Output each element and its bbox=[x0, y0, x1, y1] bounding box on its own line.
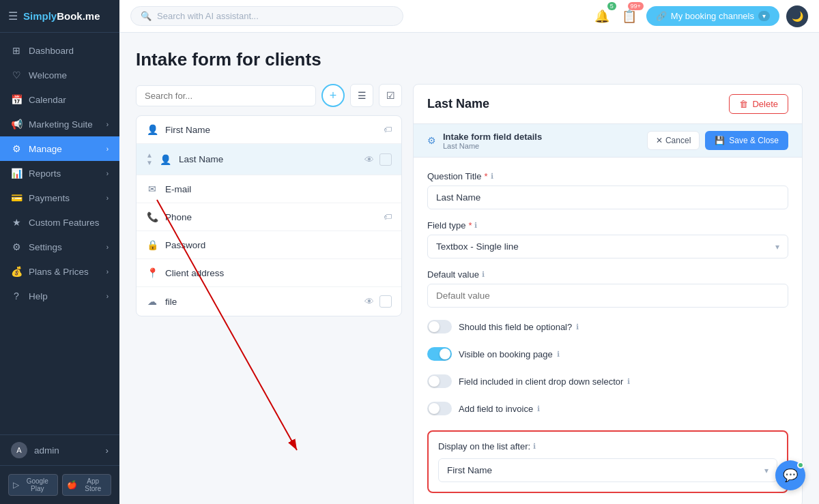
payments-icon: 💳 bbox=[11, 192, 22, 203]
question-title-input[interactable] bbox=[427, 186, 788, 209]
left-panel: + ☰ ☑ 👤 First Name 🏷 bbox=[136, 84, 402, 504]
booking-channels-btn[interactable]: 🔗 My booking channels ▾ bbox=[646, 6, 779, 26]
invoice-toggle[interactable] bbox=[427, 402, 452, 415]
reports-chevron: › bbox=[106, 170, 109, 177]
dropdown-label: Field included in client drop down selec… bbox=[459, 376, 630, 387]
sliders-icon: ⚙ bbox=[427, 135, 436, 146]
eye-icon-file[interactable]: 👁 bbox=[364, 296, 374, 307]
field-item-address[interactable]: 📍 Client address bbox=[136, 259, 401, 287]
checkbox-file[interactable] bbox=[379, 295, 392, 308]
topbar-right: 🔔 5 📋 99+ 🔗 My booking channels ▾ 🌙 bbox=[592, 5, 808, 27]
dropdown-toggle[interactable] bbox=[427, 374, 452, 388]
app-logo: SimplyBook.me bbox=[23, 10, 100, 22]
chat-bubble[interactable]: 💬 bbox=[775, 460, 805, 490]
display-select[interactable]: First Name ▾ bbox=[438, 458, 777, 482]
store-buttons: ▷ Google Play 🍎 App Store bbox=[8, 474, 111, 496]
tasks-badge: 99+ bbox=[628, 2, 644, 10]
info-icon-invoice[interactable]: ℹ bbox=[537, 404, 540, 413]
marketing-chevron: › bbox=[106, 121, 109, 128]
person-icon: 👤 bbox=[146, 124, 158, 135]
google-play-btn[interactable]: ▷ Google Play bbox=[8, 474, 58, 496]
detail-title: Last Name bbox=[427, 97, 489, 111]
dropdown-toggle-row: Field included in client drop down selec… bbox=[427, 373, 788, 389]
sort-arrows-last-name[interactable]: ▲ ▼ bbox=[146, 152, 153, 166]
info-icon-type[interactable]: ℹ bbox=[474, 221, 477, 230]
field-item-last-name[interactable]: ▲ ▼ 👤 Last Name 👁 bbox=[136, 144, 401, 175]
field-search-input[interactable] bbox=[136, 85, 316, 106]
tag-icon-phone: 🏷 bbox=[384, 212, 392, 222]
form-area: + ☰ ☑ 👤 First Name 🏷 bbox=[136, 84, 803, 504]
info-icon-title[interactable]: ℹ bbox=[491, 172, 493, 181]
optional-toggle[interactable] bbox=[427, 320, 452, 333]
search-icon: 🔍 bbox=[141, 11, 152, 21]
sort-up-icon[interactable]: ▲ bbox=[146, 152, 153, 159]
field-actions-file: 👁 bbox=[364, 295, 392, 308]
form-body: Question Title * ℹ Field type * ℹ bbox=[414, 158, 802, 504]
field-item-file[interactable]: ☁ file 👁 bbox=[136, 287, 401, 316]
field-item-password[interactable]: 🔒 Password bbox=[136, 231, 401, 259]
theme-toggle-btn[interactable]: 🌙 bbox=[786, 5, 808, 27]
person-icon-last: 👤 bbox=[160, 154, 172, 165]
cancel-btn[interactable]: ✕ Cancel bbox=[647, 131, 700, 150]
sidebar-item-plans[interactable]: 💰 Plans & Prices › bbox=[0, 259, 119, 284]
field-item-first-name[interactable]: 👤 First Name 🏷 bbox=[136, 116, 401, 144]
save-icon: 💾 bbox=[715, 136, 725, 145]
sidebar-item-reports[interactable]: 📊 Reports › bbox=[0, 161, 119, 186]
hamburger-icon[interactable]: ☰ bbox=[8, 10, 18, 23]
sidebar-item-help[interactable]: ? Help › bbox=[0, 284, 119, 308]
link-icon: 🔗 bbox=[656, 11, 667, 21]
calendar-icon: 📅 bbox=[11, 94, 22, 105]
reports-icon: 📊 bbox=[11, 168, 22, 179]
sidebar-item-manage[interactable]: ⚙ Manage › bbox=[0, 136, 119, 161]
field-list: 👤 First Name 🏷 ▲ ▼ 👤 Last Name 👁 bbox=[136, 115, 402, 316]
list-view-btn[interactable]: ☰ bbox=[350, 84, 373, 107]
field-item-email[interactable]: ✉ E-mail bbox=[136, 175, 401, 203]
sidebar-item-settings[interactable]: ⚙ Settings › bbox=[0, 235, 119, 259]
default-value-label: Default value ℹ bbox=[427, 269, 788, 280]
delete-btn[interactable]: 🗑 Delete bbox=[729, 94, 788, 114]
default-value-group: Default value ℹ bbox=[427, 269, 788, 308]
notification-btn[interactable]: 🔔 5 bbox=[592, 6, 612, 27]
sidebar-item-custom[interactable]: ★ Custom Features bbox=[0, 210, 119, 235]
main-content: 🔍 Search with AI assistant... 🔔 5 📋 99+ … bbox=[119, 0, 819, 504]
save-close-btn[interactable]: 💾 Save & Close bbox=[705, 131, 788, 150]
info-icon-visible[interactable]: ℹ bbox=[557, 350, 560, 359]
optional-toggle-row: Should this field be optional? ℹ bbox=[427, 318, 788, 335]
info-icon-optional[interactable]: ℹ bbox=[576, 323, 579, 331]
field-type-group: Field type * ℹ Textbox - Single line ▾ bbox=[427, 220, 788, 258]
booking-chevron: ▾ bbox=[758, 11, 770, 21]
eye-icon-last-name[interactable]: 👁 bbox=[364, 154, 374, 165]
tasks-btn[interactable]: 📋 99+ bbox=[619, 6, 640, 27]
plans-chevron: › bbox=[106, 268, 109, 276]
help-chevron: › bbox=[106, 293, 109, 300]
sidebar-item-welcome[interactable]: ♡ Welcome bbox=[0, 63, 119, 87]
sidebar-header: ☰ SimplyBook.me bbox=[0, 0, 119, 33]
invoice-toggle-row: Add field to invoice ℹ bbox=[427, 400, 788, 417]
search-bar[interactable]: 🔍 Search with AI assistant... bbox=[130, 6, 403, 26]
visible-toggle[interactable] bbox=[427, 347, 452, 361]
info-icon-display[interactable]: ℹ bbox=[533, 442, 536, 451]
location-icon: 📍 bbox=[146, 267, 158, 278]
check-view-btn[interactable]: ☑ bbox=[379, 84, 402, 107]
info-icon-default[interactable]: ℹ bbox=[482, 270, 485, 279]
question-title-group: Question Title * ℹ bbox=[427, 171, 788, 209]
sidebar-item-calendar[interactable]: 📅 Calendar bbox=[0, 87, 119, 112]
info-icon-dropdown[interactable]: ℹ bbox=[627, 377, 630, 386]
payments-chevron: › bbox=[106, 194, 109, 202]
trash-icon: 🗑 bbox=[739, 99, 748, 109]
sidebar-item-payments[interactable]: 💳 Payments › bbox=[0, 186, 119, 210]
bell-icon: 🔔 bbox=[594, 10, 609, 23]
checkbox-last-name[interactable] bbox=[379, 153, 392, 166]
field-item-phone[interactable]: 📞 Phone 🏷 bbox=[136, 203, 401, 231]
add-field-btn[interactable]: + bbox=[321, 84, 345, 107]
admin-item[interactable]: A admin › bbox=[0, 434, 119, 465]
google-play-icon: ▷ bbox=[13, 480, 19, 490]
app-store-btn[interactable]: 🍎 App Store bbox=[62, 474, 112, 496]
x-icon: ✕ bbox=[656, 136, 663, 145]
sidebar-item-dashboard[interactable]: ⊞ Dashboard bbox=[0, 38, 119, 63]
sidebar-item-marketing[interactable]: 📢 Marketing Suite › bbox=[0, 112, 119, 136]
default-value-input[interactable] bbox=[427, 284, 788, 308]
field-type-select[interactable]: Textbox - Single line ▾ bbox=[427, 235, 788, 258]
sort-down-icon[interactable]: ▼ bbox=[146, 160, 153, 166]
topbar: 🔍 Search with AI assistant... 🔔 5 📋 99+ … bbox=[119, 0, 819, 33]
